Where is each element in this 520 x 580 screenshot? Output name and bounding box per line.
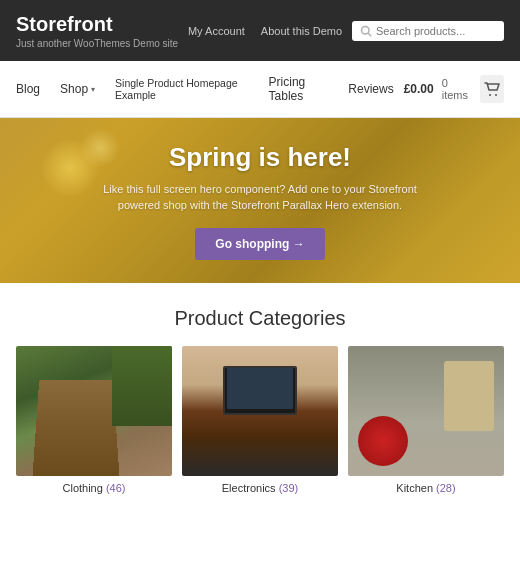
svg-point-2: [489, 94, 491, 96]
category-label-kitchen: Kitchen (28): [348, 482, 504, 494]
nav-item-blog[interactable]: Blog: [16, 68, 50, 110]
main-nav: Blog Shop ▾ Single Product Homepage Exam…: [0, 61, 520, 118]
svg-line-1: [368, 33, 371, 36]
category-image-kitchen: [348, 346, 504, 476]
category-card-clothing[interactable]: Clothing (46): [16, 346, 172, 494]
category-image-clothing: [16, 346, 172, 476]
my-account-link[interactable]: My Account: [188, 25, 245, 37]
nav-item-single-product[interactable]: Single Product Homepage Example: [105, 63, 259, 115]
categories-section: Product Categories Clothing (46) Electro…: [0, 283, 520, 514]
search-icon: [360, 25, 372, 37]
site-title: Storefront: [16, 12, 178, 36]
nav-item-shop[interactable]: Shop ▾: [50, 68, 105, 110]
shopping-bag-icon: [484, 82, 500, 96]
search-box: [352, 21, 504, 41]
brand: Storefront Just another WooThemes Demo s…: [16, 12, 178, 49]
category-card-kitchen[interactable]: Kitchen (28): [348, 346, 504, 494]
header-nav: My Account About this Demo: [188, 25, 342, 37]
categories-grid: Clothing (46) Electronics (39) Kitchen (…: [16, 346, 504, 494]
nav-items: Blog Shop ▾ Single Product Homepage Exam…: [16, 61, 404, 117]
hero-title: Spring is here!: [100, 142, 420, 173]
cart-area: £0.00 0 items: [404, 75, 504, 103]
hero-section: Spring is here! Like this full screen he…: [0, 118, 520, 283]
svg-point-3: [495, 94, 497, 96]
category-image-electronics: [182, 346, 338, 476]
cart-icon[interactable]: [480, 75, 504, 103]
categories-title: Product Categories: [16, 307, 504, 330]
nav-item-reviews[interactable]: Reviews: [338, 68, 403, 110]
nav-item-pricing[interactable]: Pricing Tables: [259, 61, 339, 117]
hero-content: Spring is here! Like this full screen he…: [80, 142, 440, 260]
search-input[interactable]: [376, 25, 496, 37]
hero-description: Like this full screen hero component? Ad…: [100, 181, 420, 214]
category-label-clothing: Clothing (46): [16, 482, 172, 494]
category-card-electronics[interactable]: Electronics (39): [182, 346, 338, 494]
about-demo-link[interactable]: About this Demo: [261, 25, 342, 37]
cart-count: 0 items: [442, 77, 472, 101]
category-label-electronics: Electronics (39): [182, 482, 338, 494]
chevron-down-icon: ▾: [91, 85, 95, 94]
svg-point-0: [361, 26, 369, 34]
go-shopping-button[interactable]: Go shopping →: [195, 228, 324, 260]
site-tagline: Just another WooThemes Demo site: [16, 38, 178, 49]
site-header: Storefront Just another WooThemes Demo s…: [0, 0, 520, 61]
cart-total: £0.00: [404, 82, 434, 96]
